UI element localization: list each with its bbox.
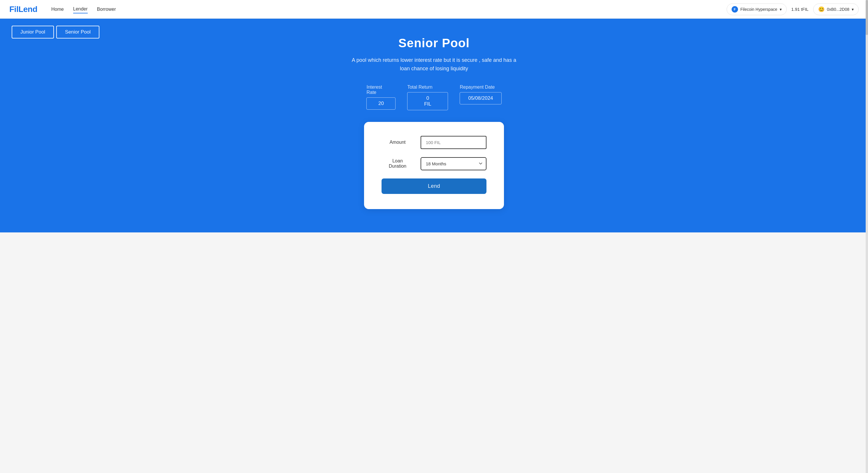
app-logo: FilLend <box>9 5 37 14</box>
interest-rate-label: InterestRate <box>366 85 396 95</box>
hero-description: A pool which returns lower interest rate… <box>346 56 522 73</box>
total-return-label: Total Return <box>407 85 448 90</box>
stat-total-return: Total Return 0FIL <box>407 85 448 110</box>
lend-button[interactable]: Lend <box>381 178 487 194</box>
wallet-address: 0xB0...2D08 <box>827 7 849 12</box>
wallet-emoji-icon: 😊 <box>818 6 825 12</box>
stat-interest-rate: InterestRate 20 <box>366 85 396 110</box>
amount-input[interactable] <box>421 136 487 149</box>
wallet-chevron-icon: ▾ <box>852 7 854 12</box>
network-chevron-icon: ▾ <box>780 7 782 12</box>
navbar: FilLend Home Lender Borrower F Filecoin … <box>0 0 868 19</box>
network-name: Filecoin Hyperspace <box>740 7 777 12</box>
hero-title: Senior Pool <box>346 36 522 50</box>
loan-duration-label: LoanDuration <box>381 158 413 169</box>
pool-tabs: Junior Pool Senior Pool <box>12 26 99 38</box>
fil-balance: 1.91 tFIL <box>792 7 809 12</box>
junior-pool-tab[interactable]: Junior Pool <box>12 26 54 38</box>
senior-pool-tab[interactable]: Senior Pool <box>56 26 99 38</box>
lend-form-card: Amount LoanDuration 6 Months 12 Months 1… <box>364 122 504 209</box>
nav-borrower[interactable]: Borrower <box>97 5 116 13</box>
main-content: Junior Pool Senior Pool Senior Pool A po… <box>0 19 868 232</box>
scrollbar-thumb[interactable] <box>866 0 868 35</box>
nav-home[interactable]: Home <box>51 5 64 13</box>
repayment-date-label: Repayment Date <box>460 85 501 90</box>
total-return-value: 0FIL <box>407 92 448 110</box>
filecoin-icon: F <box>732 6 738 12</box>
loan-duration-select[interactable]: 6 Months 12 Months 18 Months 24 Months 3… <box>421 157 487 170</box>
stats-row: InterestRate 20 Total Return 0FIL Repaym… <box>346 85 522 110</box>
nav-lender[interactable]: Lender <box>73 5 88 13</box>
nav-links: Home Lender Borrower <box>51 5 116 13</box>
amount-row: Amount <box>381 136 487 149</box>
navbar-right: F Filecoin Hyperspace ▾ 1.91 tFIL 😊 0xB0… <box>726 3 859 15</box>
hero-content: Senior Pool A pool which returns lower i… <box>346 36 522 209</box>
interest-rate-value: 20 <box>366 97 396 110</box>
repayment-date-value: 05/08/2024 <box>460 92 501 105</box>
hero-section: Junior Pool Senior Pool Senior Pool A po… <box>0 19 868 232</box>
network-button[interactable]: F Filecoin Hyperspace ▾ <box>726 3 787 15</box>
wallet-button[interactable]: 😊 0xB0...2D08 ▾ <box>813 3 859 15</box>
scrollbar-track[interactable] <box>866 0 868 473</box>
navbar-left: FilLend Home Lender Borrower <box>9 5 116 14</box>
amount-label: Amount <box>381 140 413 145</box>
form-card-wrapper: Amount LoanDuration 6 Months 12 Months 1… <box>346 122 522 209</box>
stat-repayment-date: Repayment Date 05/08/2024 <box>460 85 501 110</box>
loan-duration-row: LoanDuration 6 Months 12 Months 18 Month… <box>381 157 487 170</box>
